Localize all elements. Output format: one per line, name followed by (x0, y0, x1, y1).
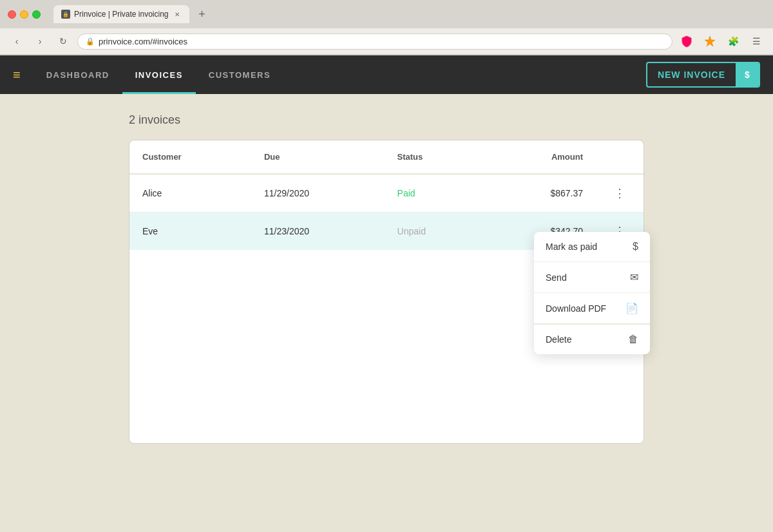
download-icon: 📄 (625, 302, 638, 314)
invoices-table: Customer Due Status Amount Alice 11/29/2… (129, 140, 644, 250)
url-text: prinvoice.com/#invoices (99, 37, 187, 46)
status-badge: Paid (385, 174, 486, 213)
new-invoice-button[interactable]: NEW INVOICE $ (646, 62, 760, 88)
amount-value: $867.37 (486, 174, 596, 213)
app-nav: ≡ DASHBOARD INVOICES CUSTOMERS NEW INVOI… (0, 55, 773, 94)
browser-tab[interactable]: 🔒 Prinvoice | Private invoicing ✕ (53, 5, 189, 23)
row-actions-cell: ⋮ Mark as paid $ Send ✉ (596, 213, 644, 251)
browser-menu-icon[interactable]: ☰ (747, 32, 765, 50)
send-label: Send (546, 272, 567, 283)
nav-dashboard[interactable]: DASHBOARD (33, 55, 122, 94)
forward-btn[interactable]: › (31, 32, 49, 50)
customer-name: Eve (129, 213, 251, 251)
col-actions (596, 140, 644, 174)
download-pdf-label: Download PDF (546, 303, 606, 314)
invoices-count: 2 invoices (129, 113, 644, 127)
extensions-icon[interactable]: 🧩 (724, 32, 742, 50)
browser-title-bar: 🔒 Prinvoice | Private invoicing ✕ + (0, 0, 773, 28)
row-actions-cell: ⋮ (596, 174, 644, 213)
browser-actions: 🧩 ☰ (678, 32, 765, 50)
browser-tab-bar: 🔒 Prinvoice | Private invoicing ✕ + (53, 5, 765, 23)
address-bar[interactable]: 🔒 prinvoice.com/#invoices (77, 33, 673, 50)
dropdown-send[interactable]: Send ✉ (534, 262, 650, 293)
row-more-btn[interactable]: ⋮ (609, 185, 631, 202)
svg-marker-0 (705, 36, 715, 46)
minimize-window-btn[interactable] (20, 10, 28, 19)
col-customer: Customer (129, 140, 251, 174)
table-header-row: Customer Due Status Amount (129, 140, 644, 174)
nav-invoices[interactable]: INVOICES (122, 55, 196, 94)
new-tab-btn[interactable]: + (195, 6, 210, 22)
status-badge: Unpaid (385, 213, 486, 251)
due-date: 11/29/2020 (251, 174, 385, 213)
browser-chrome: 🔒 Prinvoice | Private invoicing ✕ + ‹ › … (0, 0, 773, 55)
browser-nav-bar: ‹ › ↻ 🔒 prinvoice.com/#invoices 🧩 ☰ (0, 28, 773, 55)
refresh-btn[interactable]: ↻ (54, 32, 72, 50)
new-invoice-dollar-icon: $ (736, 63, 759, 86)
window-controls (8, 10, 41, 19)
tab-close-btn[interactable]: ✕ (173, 10, 182, 19)
back-btn[interactable]: ‹ (8, 32, 26, 50)
close-window-btn[interactable] (8, 10, 16, 19)
table-row: Alice 11/29/2020 Paid $867.37 ⋮ (129, 174, 644, 213)
delete-label: Delete (546, 334, 571, 345)
action-dropdown-menu: Mark as paid $ Send ✉ Download PDF 📄 (534, 232, 650, 354)
main-content: 2 invoices Customer Due Status Amount Al… (0, 94, 773, 463)
tab-favicon: 🔒 (61, 10, 70, 19)
dropdown-download-pdf[interactable]: Download PDF 📄 (534, 293, 650, 324)
nav-customers[interactable]: CUSTOMERS (196, 55, 283, 94)
customer-name: Alice (129, 174, 251, 213)
due-date: 11/23/2020 (251, 213, 385, 251)
trash-icon: 🗑 (628, 334, 638, 345)
maximize-window-btn[interactable] (32, 10, 41, 19)
invoices-table-container: Customer Due Status Amount Alice 11/29/2… (129, 140, 644, 444)
brave-rewards-icon[interactable] (701, 32, 719, 50)
hamburger-menu-icon[interactable]: ≡ (13, 68, 21, 82)
dollar-icon: $ (633, 241, 638, 252)
col-due: Due (251, 140, 385, 174)
col-status: Status (385, 140, 486, 174)
tab-title: Prinvoice | Private invoicing (74, 10, 169, 19)
envelope-icon: ✉ (630, 271, 638, 283)
brave-shield-icon[interactable] (678, 32, 696, 50)
lock-icon: 🔒 (86, 37, 95, 46)
new-invoice-label: NEW INVOICE (647, 64, 736, 85)
nav-links: DASHBOARD INVOICES CUSTOMERS (33, 55, 646, 94)
mark-as-paid-label: Mark as paid (546, 242, 597, 252)
dropdown-delete[interactable]: Delete 🗑 (534, 324, 650, 354)
dropdown-mark-as-paid[interactable]: Mark as paid $ (534, 232, 650, 262)
table-row: Eve 11/23/2020 Unpaid $342.70 ⋮ Mark as … (129, 213, 644, 251)
col-amount: Amount (486, 140, 596, 174)
